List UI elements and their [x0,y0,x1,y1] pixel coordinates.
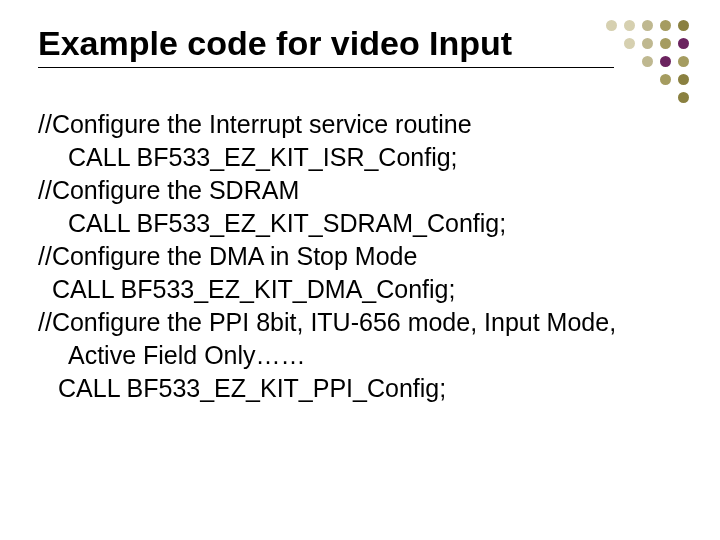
deco-dot [660,20,671,31]
slide-title: Example code for video Input [38,24,598,63]
code-body: //Configure the Interrupt service routin… [38,108,658,405]
deco-dot [678,92,689,103]
deco-dot [660,38,671,49]
corner-dot-decoration [606,20,690,94]
deco-dot [624,38,635,49]
code-line: CALL BF533_EZ_KIT_PPI_Config; [38,372,658,405]
deco-dot [678,20,689,31]
code-line: CALL BF533_EZ_KIT_ISR_Config; [38,141,658,174]
deco-dot [678,56,689,67]
code-line: CALL BF533_EZ_KIT_DMA_Config; [38,273,658,306]
deco-dot [642,20,653,31]
title-block: Example code for video Input [38,24,598,68]
code-line: //Configure the SDRAM [38,174,658,207]
code-line: //Configure the PPI 8bit, ITU-656 mode, … [38,306,658,339]
deco-dot [660,56,671,67]
slide: Example code for video Input //Configure… [0,0,720,540]
deco-dot [624,20,635,31]
deco-dot [678,38,689,49]
deco-dot [678,74,689,85]
title-underline [38,67,614,68]
code-line: CALL BF533_EZ_KIT_SDRAM_Config; [38,207,658,240]
deco-dot [606,20,617,31]
code-line: //Configure the DMA in Stop Mode [38,240,658,273]
code-line: Active Field Only…… [38,339,658,372]
deco-dot [660,74,671,85]
code-line: //Configure the Interrupt service routin… [38,108,658,141]
deco-dot [642,56,653,67]
deco-dot [642,38,653,49]
